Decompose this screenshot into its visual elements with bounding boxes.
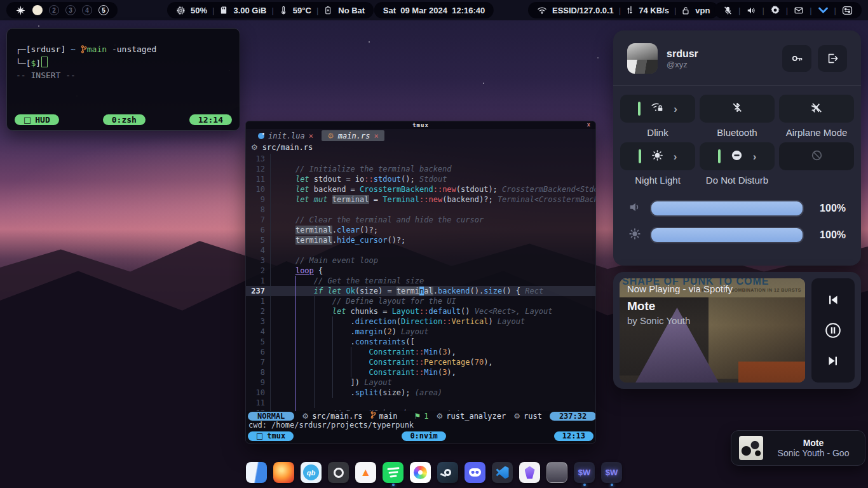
chevron-down-icon[interactable] bbox=[818, 6, 829, 15]
photos-icon bbox=[410, 462, 431, 483]
dock-item-obsidian[interactable] bbox=[519, 462, 540, 486]
workspace-1[interactable] bbox=[32, 5, 43, 15]
workspaces: 2345 bbox=[32, 5, 109, 15]
track-artist: by Sonic Youth bbox=[627, 315, 690, 326]
terminal-window[interactable]: ┌─[srdusr] ~ main -unstaged └─[$] -- INS… bbox=[6, 28, 240, 131]
next-track-button[interactable] bbox=[822, 349, 844, 372]
separator: | bbox=[212, 6, 214, 15]
code-line-12: 12 // Draw UI based on app state bbox=[246, 408, 595, 411]
toggle-do-not-disturb[interactable]: › bbox=[700, 142, 775, 170]
toggle-unavailable[interactable] bbox=[779, 142, 854, 170]
window-close-button[interactable]: x bbox=[587, 121, 590, 128]
dock-item-files[interactable] bbox=[246, 462, 267, 486]
volume-value: 100% bbox=[813, 203, 846, 214]
code-line-4: 4 bbox=[246, 245, 595, 255]
code-line-10: 10 .split(size); (area) bbox=[246, 388, 595, 398]
qbittorrent-icon: qb bbox=[301, 462, 322, 483]
workspace-5[interactable]: 5 bbox=[98, 5, 109, 15]
brightness-slider[interactable] bbox=[650, 227, 804, 243]
top-bar: 2345 50% | 3.00 GiB | 59°C | No Bat Sat … bbox=[0, 0, 868, 20]
thermometer-icon bbox=[279, 6, 288, 15]
quick-toggles-icon[interactable] bbox=[842, 6, 853, 15]
sun-icon bbox=[651, 149, 663, 164]
toggle-night-light[interactable]: › bbox=[620, 142, 695, 170]
code-line-6: 6 Constraint::Min(3), bbox=[246, 347, 595, 357]
clock[interactable]: Sat 09 Mar 2024 12:16:40 bbox=[374, 2, 494, 18]
tmux-session-pill[interactable]: □HUD bbox=[15, 114, 59, 125]
dock-item-vscode[interactable] bbox=[492, 462, 513, 486]
dock-item-sw-terminal-2[interactable]: $W bbox=[601, 462, 622, 486]
lock-keys-button[interactable] bbox=[782, 45, 811, 72]
spotify-icon bbox=[383, 462, 403, 483]
toggle-wifi-dlink[interactable]: › bbox=[620, 95, 695, 123]
quick-toggles: › Dlink Bluetooth Airplane Mode bbox=[613, 86, 861, 186]
code-line-8: 8 Constraint::Min(3), bbox=[246, 367, 595, 377]
workspace-3[interactable]: 3 bbox=[65, 5, 76, 15]
tmux-session-pill[interactable]: □tmux bbox=[248, 431, 294, 441]
tab-close-icon[interactable]: × bbox=[309, 132, 313, 140]
trash-icon bbox=[546, 462, 567, 483]
session-icon: □ bbox=[256, 431, 263, 441]
blocked-icon bbox=[811, 149, 823, 164]
wifi-lock-icon bbox=[651, 102, 663, 116]
now-playing-header: Now Playing - via Spotify bbox=[627, 283, 733, 294]
dock-item-firefox[interactable] bbox=[273, 462, 294, 486]
battery-status: No Bat bbox=[338, 6, 365, 15]
pause-button[interactable] bbox=[822, 319, 844, 342]
chevron-right-icon[interactable]: › bbox=[674, 151, 677, 162]
dock-item-discord[interactable] bbox=[465, 462, 485, 486]
mail-tray-icon[interactable] bbox=[794, 6, 804, 15]
indent-guide bbox=[314, 296, 315, 408]
dock-item-steam[interactable] bbox=[437, 462, 458, 486]
tmux-window-pill[interactable]: 0:nvim bbox=[402, 431, 445, 441]
obs-icon bbox=[328, 462, 349, 483]
editor-window[interactable]: tmux x init.lua × ⚙ main.rs × ⚙ src/main… bbox=[245, 121, 596, 444]
logout-button[interactable] bbox=[818, 45, 847, 72]
dock-item-photos[interactable] bbox=[410, 462, 431, 486]
dock-item-sw-terminal-1[interactable]: $W bbox=[574, 462, 595, 486]
dock-item-vlc[interactable]: ▲ bbox=[355, 462, 376, 486]
tmux-status-bar: □HUD 0:zsh 12:14 bbox=[15, 114, 232, 125]
obsidian-icon bbox=[519, 462, 540, 483]
dock-item-qbittorrent[interactable]: qb bbox=[301, 462, 322, 486]
indent-guide bbox=[295, 276, 296, 411]
window-title-bar: tmux x bbox=[246, 121, 595, 129]
code-line-5: 5 terminal.hide_cursor()?; bbox=[246, 235, 595, 245]
settings-gear-icon[interactable] bbox=[770, 5, 780, 15]
dock-item-spotify[interactable] bbox=[383, 462, 403, 486]
tmux-window-pill[interactable]: 0:zsh bbox=[103, 114, 146, 125]
separator: | bbox=[762, 6, 764, 15]
dock-item-trash[interactable] bbox=[546, 462, 567, 486]
statusline-filetype: ⚙rust bbox=[513, 412, 542, 421]
code-line-1: 1 // Get the terminal size bbox=[246, 276, 595, 286]
microphone-muted-icon[interactable] bbox=[723, 6, 733, 15]
media-player-card: SHAPE OF PUNK TO COME A CHIMERICAL BOMBI… bbox=[613, 272, 861, 389]
terminal-cursor bbox=[41, 57, 48, 67]
chevron-right-icon[interactable]: › bbox=[674, 104, 677, 114]
tab-close-icon[interactable]: × bbox=[374, 132, 378, 140]
control-center: srdusr @xyz › Dlink B bbox=[613, 30, 861, 266]
tab-init-lua[interactable]: init.lua × bbox=[252, 130, 319, 141]
code-line-3: 3 .direction(Direction::Vertical) Layout bbox=[246, 316, 595, 327]
code-line-6: 6 terminal.clear()?; bbox=[246, 225, 595, 235]
chevron-right-icon[interactable]: › bbox=[753, 151, 757, 162]
toggle-airplane-mode[interactable] bbox=[779, 95, 854, 123]
album-art[interactable]: SHAPE OF PUNK TO COME A CHIMERICAL BOMBI… bbox=[620, 278, 805, 383]
separator: | bbox=[316, 6, 318, 15]
volume-slider[interactable] bbox=[650, 200, 804, 217]
notification-popup[interactable]: Mote Sonic Youth - Goo bbox=[731, 430, 865, 466]
volume-icon[interactable] bbox=[746, 6, 756, 15]
dock-item-obs[interactable] bbox=[328, 462, 349, 486]
code-line-9: 9 ]) Layout bbox=[246, 377, 595, 388]
workspace-4[interactable]: 4 bbox=[82, 5, 92, 15]
workspace-2[interactable]: 2 bbox=[49, 5, 59, 15]
tab-main-rs[interactable]: ⚙ main.rs × bbox=[322, 130, 384, 141]
indent-guide bbox=[351, 347, 351, 377]
previous-track-button[interactable] bbox=[822, 288, 844, 311]
lsp-gear-icon: ⚙ bbox=[437, 412, 444, 421]
code-area[interactable]: 1312 // Initialize the terminal backend1… bbox=[246, 152, 595, 411]
statusline-lsp: ⚙rust_analyzer bbox=[437, 412, 506, 421]
network-speed: 74 KB/s bbox=[639, 6, 669, 15]
toggle-bluetooth[interactable] bbox=[700, 95, 775, 123]
cursor-position-pill: 237:32 bbox=[550, 412, 596, 421]
